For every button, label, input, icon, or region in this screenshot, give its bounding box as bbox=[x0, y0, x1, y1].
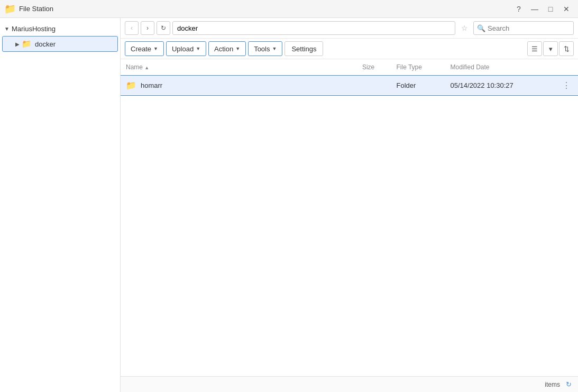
create-label: Create bbox=[131, 45, 151, 53]
col-actions bbox=[555, 59, 578, 76]
file-type: Folder bbox=[391, 76, 445, 95]
upload-dropdown-icon: ▼ bbox=[196, 46, 200, 51]
col-size[interactable]: Size bbox=[357, 59, 391, 76]
status-refresh-button[interactable]: ↻ bbox=[563, 379, 574, 390]
app-title: File Station bbox=[19, 5, 511, 13]
file-list: Name ▲ Size File Type Modified Date 📁 ho… bbox=[121, 59, 578, 376]
file-name: homarr bbox=[141, 81, 162, 89]
bookmark-button[interactable]: ☆ bbox=[457, 21, 471, 35]
sidebar-item-docker[interactable]: ▶ 📁 docker bbox=[2, 36, 118, 52]
action-button[interactable]: Action ▼ bbox=[208, 41, 246, 56]
sidebar-item-label: docker bbox=[35, 40, 56, 48]
table-header-row: Name ▲ Size File Type Modified Date bbox=[121, 59, 578, 76]
sidebar-root-label: MariusHosting bbox=[12, 25, 56, 33]
refresh-nav-button[interactable]: ↻ bbox=[157, 21, 170, 35]
sidebar: ▼ MariusHosting ▶ 📁 docker bbox=[0, 18, 121, 392]
path-input[interactable] bbox=[172, 21, 455, 35]
col-file-type[interactable]: File Type bbox=[391, 59, 445, 76]
view-buttons: ☰ ▾ ⇅ bbox=[527, 41, 574, 56]
col-modified-date[interactable]: Modified Date bbox=[445, 59, 555, 76]
help-button[interactable]: ? bbox=[511, 2, 526, 16]
search-box: 🔍 bbox=[473, 21, 574, 35]
sort-button[interactable]: ⇅ bbox=[559, 41, 574, 56]
sidebar-root-item[interactable]: ▼ MariusHosting bbox=[0, 22, 120, 35]
file-table: Name ▲ Size File Type Modified Date 📁 ho… bbox=[121, 59, 578, 95]
action-bar: Create ▼ Upload ▼ Action ▼ Tools ▼ Setti… bbox=[121, 39, 578, 59]
settings-button[interactable]: Settings bbox=[285, 41, 323, 56]
titlebar: 📁 File Station ? — □ ✕ bbox=[0, 0, 578, 18]
items-label: items bbox=[545, 381, 560, 388]
file-name-cell: 📁 homarr bbox=[121, 76, 357, 95]
address-bar: ‹ › ↻ ☆ 🔍 bbox=[121, 18, 578, 39]
file-more-cell: ⋮ bbox=[555, 76, 578, 95]
forward-button[interactable]: › bbox=[141, 21, 154, 35]
file-modified: 05/14/2022 10:30:27 bbox=[445, 76, 555, 95]
root-arrow-icon: ▼ bbox=[4, 26, 10, 32]
create-button[interactable]: Create ▼ bbox=[125, 41, 164, 56]
search-input[interactable] bbox=[488, 24, 562, 32]
tools-dropdown-icon: ▼ bbox=[272, 46, 277, 51]
tools-label: Tools bbox=[254, 45, 270, 53]
tools-button[interactable]: Tools ▼ bbox=[248, 41, 282, 56]
main-container: ▼ MariusHosting ▶ 📁 docker ‹ › ↻ ☆ 🔍 Cre… bbox=[0, 18, 578, 392]
folder-arrow-icon: ▶ bbox=[15, 41, 20, 47]
settings-label: Settings bbox=[291, 45, 316, 53]
list-view-button[interactable]: ☰ bbox=[527, 41, 542, 56]
minimize-button[interactable]: — bbox=[527, 2, 542, 16]
action-dropdown-icon: ▼ bbox=[235, 46, 240, 51]
upload-button[interactable]: Upload ▼ bbox=[166, 41, 206, 56]
create-dropdown-icon: ▼ bbox=[153, 46, 158, 51]
view-dropdown-button[interactable]: ▾ bbox=[543, 41, 558, 56]
back-button[interactable]: ‹ bbox=[125, 21, 139, 35]
more-options-button[interactable]: ⋮ bbox=[560, 79, 573, 92]
window-controls: ? — □ ✕ bbox=[511, 2, 574, 16]
col-name[interactable]: Name ▲ bbox=[121, 59, 357, 76]
action-label: Action bbox=[214, 45, 233, 53]
file-size bbox=[357, 76, 391, 95]
search-icon: 🔍 bbox=[477, 24, 485, 32]
app-icon: 📁 bbox=[4, 3, 16, 15]
status-bar: items ↻ bbox=[121, 376, 578, 392]
content-area: ‹ › ↻ ☆ 🔍 Create ▼ Upload ▼ Action ▼ bbox=[121, 18, 578, 392]
upload-label: Upload bbox=[172, 45, 194, 53]
maximize-button[interactable]: □ bbox=[543, 2, 558, 16]
folder-icon: 📁 bbox=[22, 39, 32, 49]
sort-arrow-icon: ▲ bbox=[144, 65, 149, 70]
close-button[interactable]: ✕ bbox=[559, 2, 574, 16]
table-row[interactable]: 📁 homarr Folder 05/14/2022 10:30:27 ⋮ bbox=[121, 76, 578, 95]
folder-icon: 📁 bbox=[126, 80, 136, 90]
